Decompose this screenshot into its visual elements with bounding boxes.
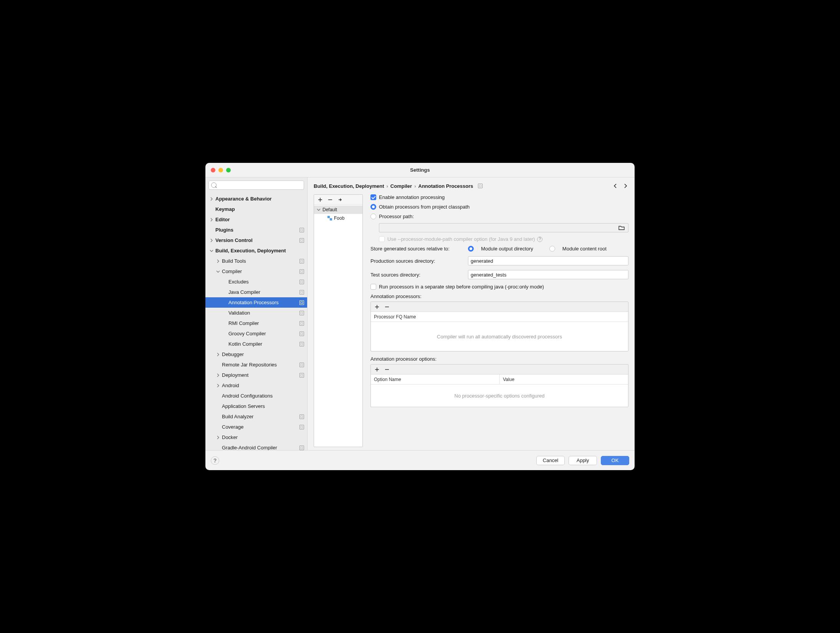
help-icon[interactable]: ? <box>537 237 542 242</box>
add-icon[interactable] <box>375 367 379 372</box>
enable-row: Enable annotation processing <box>370 194 628 200</box>
obtain-radio[interactable] <box>370 204 376 210</box>
sidebar-item[interactable]: Docker <box>205 432 307 442</box>
path-field-row <box>370 223 628 232</box>
test-input[interactable] <box>471 272 626 278</box>
chevron-right-icon[interactable] <box>209 197 214 201</box>
forward-icon[interactable] <box>622 183 628 189</box>
sidebar-item[interactable]: Validation <box>205 308 307 318</box>
chevron-down-icon[interactable] <box>216 269 220 274</box>
sidebar-item-label: Kotlin Compiler <box>228 341 299 347</box>
sidebar-item[interactable]: Remote Jar Repositories <box>205 360 307 370</box>
chevron-down-icon[interactable] <box>316 207 321 212</box>
project-scope-icon <box>299 259 304 263</box>
chevron-right-icon[interactable] <box>209 217 214 222</box>
opt-header-col1: Option Name <box>371 377 499 382</box>
test-field[interactable] <box>468 270 628 279</box>
project-scope-icon <box>299 321 304 326</box>
profile-tree[interactable]: Default Foob <box>314 205 362 447</box>
prod-label: Production sources directory: <box>370 258 463 264</box>
sidebar-item[interactable]: Annotation Processors <box>205 297 307 308</box>
module-path-checkbox[interactable] <box>379 236 385 242</box>
sidebar-item-label: Java Compiler <box>228 289 299 295</box>
chevron-down-icon[interactable] <box>209 249 214 253</box>
sidebar-item[interactable]: Debugger <box>205 349 307 360</box>
module-path-row: Use --processor-module-path compiler opt… <box>370 236 628 242</box>
store-opt1-label: Module output directory <box>481 246 533 252</box>
sidebar-item[interactable]: RMI Compiler <box>205 318 307 328</box>
sidebar-item[interactable]: Deployment <box>205 370 307 380</box>
chevron-right-icon[interactable] <box>216 352 220 357</box>
chevron-right-icon[interactable] <box>216 435 220 440</box>
svg-rect-1 <box>330 218 332 220</box>
back-icon[interactable] <box>612 183 618 189</box>
path-label: Processor path: <box>379 214 414 219</box>
sidebar-item-label: Debugger <box>222 351 304 357</box>
chevron-right-icon[interactable] <box>216 383 220 388</box>
sidebar-item[interactable]: Keymap <box>205 204 307 214</box>
remove-icon[interactable] <box>385 305 389 309</box>
sidebar-item[interactable]: Kotlin Compiler <box>205 339 307 349</box>
project-scope-icon <box>299 425 304 429</box>
maximize-icon[interactable] <box>226 168 231 172</box>
close-icon[interactable] <box>211 168 215 172</box>
sidebar-item[interactable]: Gradle-Android Compiler <box>205 442 307 450</box>
cancel-button[interactable]: Cancel <box>536 456 565 465</box>
prod-input[interactable] <box>471 258 626 264</box>
sidebar-item[interactable]: Plugins <box>205 225 307 235</box>
sidebar-item-label: Groovy Compiler <box>228 331 299 336</box>
crumb-1[interactable]: Build, Execution, Deployment <box>314 183 384 189</box>
chevron-right-icon[interactable] <box>216 373 220 378</box>
minimize-icon[interactable] <box>218 168 223 172</box>
opt-section-label: Annotation processor options: <box>370 356 628 362</box>
ok-button[interactable]: OK <box>601 456 629 465</box>
profile-module[interactable]: Foob <box>314 214 362 222</box>
sidebar-item-label: Editor <box>215 217 304 222</box>
path-field[interactable] <box>379 223 628 232</box>
sidebar-item[interactable]: Build Tools <box>205 256 307 266</box>
search-wrap <box>205 177 307 193</box>
profiles-panel: Default Foob <box>314 194 363 447</box>
remove-icon[interactable] <box>385 367 389 372</box>
sidebar-item[interactable]: Compiler <box>205 266 307 277</box>
store-opt1-radio[interactable] <box>468 246 474 252</box>
sidebar-item[interactable]: Excludes <box>205 277 307 287</box>
move-to-icon[interactable] <box>338 197 342 202</box>
folder-icon[interactable] <box>617 225 626 230</box>
options-table: Option Name Value No processor-specific … <box>370 364 628 407</box>
enable-checkbox[interactable] <box>370 194 376 200</box>
titlebar: Settings <box>205 163 635 177</box>
sidebar-item[interactable]: Editor <box>205 214 307 225</box>
sidebar-item[interactable]: Application Servers <box>205 401 307 411</box>
chevron-right-icon[interactable] <box>216 259 220 263</box>
apply-button[interactable]: Apply <box>569 456 597 465</box>
sidebar-item[interactable]: Android <box>205 380 307 391</box>
content: Default Foob Enable annotation processin… <box>308 194 635 450</box>
sidebar-item[interactable]: Build Analyzer <box>205 411 307 422</box>
proc-section-label: Annotation processors: <box>370 293 628 299</box>
store-opt2-radio[interactable] <box>549 246 555 252</box>
sidebar-item[interactable]: Coverage <box>205 422 307 432</box>
separate-checkbox[interactable] <box>370 284 376 290</box>
help-button[interactable]: ? <box>211 456 219 465</box>
path-radio[interactable] <box>370 214 376 219</box>
profile-default[interactable]: Default <box>314 205 362 214</box>
crumb-2[interactable]: Compiler <box>390 183 412 189</box>
add-icon[interactable] <box>375 305 379 309</box>
sidebar-item[interactable]: Groovy Compiler <box>205 328 307 339</box>
remove-icon[interactable] <box>328 197 332 202</box>
search-input[interactable] <box>208 181 304 190</box>
sidebar-item-label: Version Control <box>215 237 299 243</box>
sidebar-item-label: Build Tools <box>222 258 299 264</box>
sidebar-item[interactable]: Java Compiler <box>205 287 307 297</box>
svg-rect-0 <box>327 216 330 218</box>
add-icon[interactable] <box>318 197 322 202</box>
sidebar-item[interactable]: Appearance & Behavior <box>205 194 307 204</box>
sidebar-item[interactable]: Build, Execution, Deployment <box>205 245 307 256</box>
settings-tree[interactable]: Appearance & BehaviorKeymapEditorPlugins… <box>205 193 307 450</box>
sidebar-item[interactable]: Android Configurations <box>205 391 307 401</box>
chevron-right-icon[interactable] <box>209 238 214 243</box>
store-opt2-label: Module content root <box>562 246 607 252</box>
prod-field[interactable] <box>468 256 628 265</box>
sidebar-item[interactable]: Version Control <box>205 235 307 245</box>
